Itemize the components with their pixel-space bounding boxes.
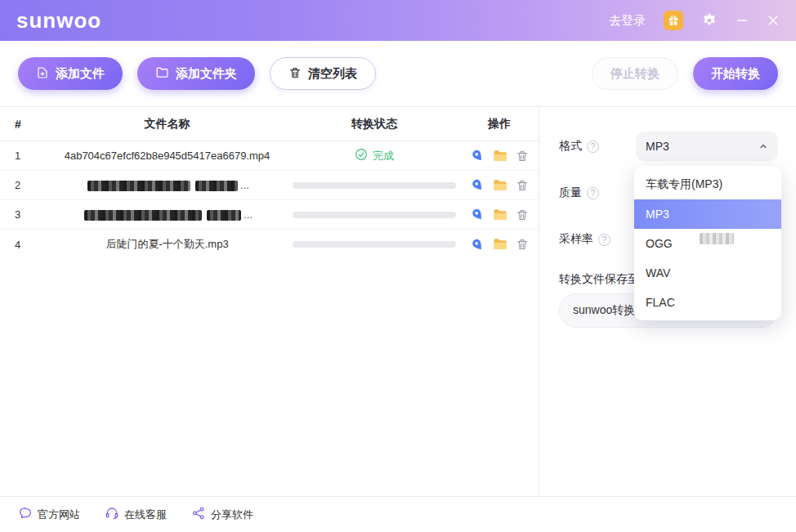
locate-pin-icon[interactable] — [471, 208, 485, 221]
delete-icon[interactable] — [516, 208, 529, 221]
title-bar: sunwoo 去登录 — [0, 0, 796, 41]
clear-list-trash-icon — [288, 66, 302, 82]
open-folder-icon[interactable] — [493, 208, 508, 222]
progress-bar — [293, 241, 456, 248]
clear-list-button[interactable]: 清空列表 — [270, 57, 376, 90]
share-software-link[interactable]: 分享软件 — [191, 506, 253, 523]
file-name-masked: ... — [46, 178, 288, 191]
delete-icon[interactable] — [516, 238, 529, 251]
col-status-header: 转换状态 — [288, 117, 460, 132]
start-convert-button[interactable]: 开始转换 — [693, 57, 778, 90]
file-name: 后陡门的夏-十个勤天.mp3 — [46, 237, 288, 252]
progress-bar — [293, 182, 456, 189]
share-icon — [191, 506, 206, 523]
add-file-icon — [36, 66, 49, 82]
col-index-header: # — [0, 118, 46, 131]
add-file-button[interactable]: 添加文件 — [18, 57, 123, 90]
dropdown-option-wav[interactable]: WAV — [634, 258, 781, 288]
progress-bar — [293, 212, 456, 218]
status-cell — [288, 182, 460, 189]
official-website-link[interactable]: 官方网站 — [18, 506, 80, 523]
close-button[interactable] — [767, 14, 780, 27]
title-bar-actions: 去登录 — [609, 11, 780, 30]
row-index: 1 — [0, 150, 46, 162]
row-index: 4 — [0, 239, 46, 251]
table-header: # 文件名称 转换状态 操作 — [0, 107, 539, 141]
quality-label: 质量 — [559, 186, 582, 200]
dropdown-option-flac[interactable]: FLAC — [634, 288, 781, 317]
help-icon[interactable]: ? — [587, 141, 599, 153]
status-cell — [288, 241, 460, 248]
censored-block — [84, 210, 202, 221]
row-index: 3 — [0, 208, 46, 221]
table-row: 3 ... — [0, 200, 539, 230]
row-index: 2 — [0, 179, 46, 191]
table-row: 1 4ab704c67efcf62b8e945d5417ea6679.mp4 完… — [0, 141, 539, 171]
open-folder-icon[interactable] — [493, 178, 508, 193]
col-name-header: 文件名称 — [46, 117, 288, 132]
censored-block — [207, 210, 241, 221]
table-row: 2 ... — [0, 171, 539, 200]
status-cell — [288, 212, 460, 218]
settings-gear-icon[interactable] — [701, 12, 718, 29]
chat-bubble-icon — [18, 506, 33, 523]
file-name-masked: ... — [46, 208, 288, 221]
dropdown-option-mp3-selected[interactable]: MP3 — [634, 199, 781, 229]
help-icon[interactable]: ? — [598, 234, 610, 246]
ops-cell — [460, 237, 539, 252]
gift-icon[interactable] — [664, 11, 683, 30]
table-row: 4 后陡门的夏-十个勤天.mp3 — [0, 230, 539, 259]
ops-cell — [460, 178, 539, 193]
login-button[interactable]: 去登录 — [609, 13, 646, 29]
ops-cell — [460, 149, 539, 163]
app-window: sunwoo 去登录 添加文件 添加文件夹 — [0, 0, 796, 532]
locate-pin-icon[interactable] — [471, 178, 485, 192]
status-cell: 完成 — [288, 148, 460, 163]
headset-icon — [105, 506, 119, 523]
file-table: # 文件名称 转换状态 操作 1 4ab704c67efcf62b8e945d5… — [0, 107, 539, 496]
locate-pin-icon[interactable] — [471, 149, 485, 163]
col-ops-header: 操作 — [460, 117, 539, 132]
settings-panel: 格式 ? MP3 质量 ? 采样率 ? 转换文件保存至： — [539, 107, 796, 496]
footer-bar: 官方网站 在线客服 分享软件 — [0, 496, 796, 532]
samplerate-label-row: 采样率 ? — [559, 225, 610, 254]
chevron-up-icon — [758, 141, 768, 151]
format-select[interactable]: MP3 — [636, 132, 778, 161]
online-support-link[interactable]: 在线客服 — [105, 506, 167, 523]
open-folder-icon[interactable] — [493, 149, 508, 163]
format-label: 格式 — [559, 139, 582, 154]
samplerate-label: 采样率 — [559, 232, 593, 247]
open-folder-icon[interactable] — [493, 237, 508, 252]
toolbar: 添加文件 添加文件夹 清空列表 停止转换 开始转换 — [0, 41, 796, 106]
app-logo: sunwoo — [16, 8, 101, 34]
add-folder-icon — [155, 65, 169, 82]
status-done-badge: 完成 — [355, 148, 394, 163]
format-label-row: 格式 ? — [559, 132, 599, 161]
help-icon[interactable]: ? — [587, 187, 599, 199]
delete-icon[interactable] — [516, 150, 529, 163]
censored-block — [87, 181, 190, 191]
check-circle-icon — [355, 148, 368, 163]
quality-label-row: 质量 ? — [559, 178, 599, 208]
censored-block — [700, 233, 734, 244]
file-name: 4ab704c67efcf62b8e945d5417ea6679.mp4 — [46, 150, 288, 162]
minimize-button[interactable] — [736, 14, 749, 27]
main-content: # 文件名称 转换状态 操作 1 4ab704c67efcf62b8e945d5… — [0, 106, 796, 496]
locate-pin-icon[interactable] — [471, 238, 485, 252]
delete-icon[interactable] — [516, 179, 529, 192]
dropdown-option-car-mp3[interactable]: 车载专用(MP3) — [634, 170, 781, 199]
ops-cell — [460, 208, 539, 222]
stop-convert-button[interactable]: 停止转换 — [592, 57, 678, 90]
censored-block — [195, 181, 238, 191]
add-folder-button[interactable]: 添加文件夹 — [137, 57, 255, 90]
